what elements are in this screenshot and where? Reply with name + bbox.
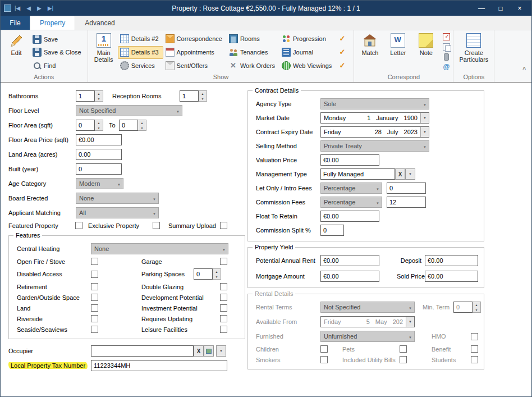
retirement-checkbox[interactable] — [91, 283, 98, 290]
spin-up-icon[interactable] — [95, 91, 103, 96]
commission-fees-input[interactable]: 12 — [387, 197, 426, 208]
spin-up-icon[interactable] — [95, 120, 103, 125]
floor-area-price-input[interactable]: €0.00 — [76, 134, 122, 145]
double-glazing-checkbox[interactable] — [220, 283, 227, 290]
management-type-input[interactable]: Fully Managed — [320, 168, 395, 180]
tenancies-button[interactable]: Tenancies — [227, 46, 279, 59]
letter-button[interactable]: Letter — [384, 31, 412, 73]
save-button[interactable]: Save — [30, 33, 86, 45]
edit-button[interactable]: Edit — [2, 31, 30, 73]
appointments-button[interactable]: Appointments — [163, 46, 227, 59]
bathrooms-spinner[interactable]: 1 — [76, 90, 103, 102]
occupier-input[interactable] — [91, 345, 194, 357]
seaside-checkbox[interactable] — [91, 326, 98, 333]
phone-icon[interactable] — [444, 53, 449, 61]
maximize-button[interactable]: □ — [491, 2, 510, 15]
details-2-button[interactable]: Details #2 — [118, 33, 163, 45]
tasks-check-icon[interactable] — [443, 33, 450, 40]
first-record-icon[interactable]: |◀ — [15, 5, 20, 11]
spin-down-icon[interactable] — [95, 125, 103, 130]
note-button[interactable]: Note — [412, 31, 440, 73]
exclusive-property-checkbox[interactable] — [153, 222, 160, 229]
spin-up-icon[interactable] — [138, 120, 146, 125]
spin-down-icon[interactable] — [213, 274, 221, 279]
benefit-checkbox[interactable] — [471, 345, 478, 353]
email-at-icon[interactable] — [443, 63, 450, 71]
last-record-icon[interactable]: ▶| — [48, 5, 53, 11]
reception-rooms-spinner[interactable]: 1 — [180, 90, 207, 102]
occupier-dropdown-button[interactable] — [216, 345, 226, 357]
create-particulars-button[interactable]: Create Particulars — [455, 31, 492, 73]
management-type-clear-button[interactable] — [395, 168, 405, 180]
potential-annual-rent-input[interactable]: €0.00 — [320, 255, 379, 266]
board-erected-select[interactable]: None — [76, 193, 159, 204]
main-details-button[interactable]: Main Details — [90, 31, 118, 73]
find-button[interactable]: Find — [30, 59, 86, 72]
next-record-icon[interactable]: ▶ — [37, 5, 42, 11]
development-potential-checkbox[interactable] — [220, 294, 227, 301]
spin-down-icon[interactable] — [95, 96, 103, 101]
highlight-check-button-3[interactable] — [336, 60, 352, 72]
commission-split-input[interactable]: 0 — [320, 225, 344, 236]
spin-down-icon[interactable] — [138, 125, 146, 130]
summary-upload-checkbox[interactable] — [220, 222, 227, 229]
work-orders-button[interactable]: Work Orders — [227, 60, 279, 72]
spin-up-icon[interactable] — [199, 91, 207, 96]
sold-price-input[interactable]: €0.00 — [425, 271, 478, 282]
central-heating-select[interactable]: None — [91, 243, 228, 254]
open-fire-checkbox[interactable] — [91, 258, 98, 265]
details-3-button[interactable]: Details #3 — [118, 46, 163, 59]
calendar-dropdown-icon[interactable] — [420, 127, 429, 137]
spin-down-icon[interactable] — [199, 96, 207, 101]
featured-property-checkbox[interactable] — [75, 222, 82, 229]
copy-icon[interactable] — [443, 43, 450, 51]
close-button[interactable]: × — [510, 2, 529, 15]
sent-offers-button[interactable]: Sent/Offers — [163, 60, 227, 72]
included-utility-bills-checkbox[interactable] — [400, 356, 407, 363]
ribbon-collapse-button[interactable]: ^ — [522, 66, 526, 72]
spin-up-icon[interactable] — [213, 269, 221, 274]
requires-updating-checkbox[interactable] — [220, 315, 227, 322]
floor-level-select[interactable]: Not Specified — [76, 105, 182, 116]
highlight-check-button-2[interactable] — [336, 46, 352, 59]
built-year-input[interactable]: 0 — [76, 163, 122, 175]
investment-potential-checkbox[interactable] — [220, 304, 227, 312]
tab-file[interactable]: File — [1, 16, 30, 30]
calendar-dropdown-icon[interactable] — [420, 113, 429, 123]
parking-spaces-spinner[interactable]: 0 — [194, 268, 221, 280]
riverside-checkbox[interactable] — [91, 315, 98, 322]
hmo-checkbox[interactable] — [471, 333, 478, 340]
save-close-button[interactable]: Save & Close — [30, 46, 86, 59]
highlight-check-button-1[interactable] — [336, 33, 352, 45]
garage-checkbox[interactable] — [220, 258, 227, 265]
previous-record-icon[interactable]: ◀ — [26, 5, 31, 11]
disabled-access-checkbox[interactable] — [91, 271, 98, 278]
students-checkbox[interactable] — [471, 356, 478, 363]
let-only-fees-select[interactable]: Percentage — [320, 182, 382, 194]
available-from-picker[interactable]: Friday 5 May 202 — [320, 316, 415, 327]
valuation-price-input[interactable]: €0.00 — [320, 154, 379, 166]
garden-outside-checkbox[interactable] — [91, 294, 98, 301]
commission-fees-select[interactable]: Percentage — [320, 197, 382, 208]
age-category-select[interactable]: Modern — [76, 178, 123, 189]
rooms-button[interactable]: Rooms — [227, 33, 279, 45]
spin-down-icon[interactable] — [473, 307, 480, 312]
deposit-input[interactable]: €0.00 — [425, 255, 478, 266]
applicant-matching-select[interactable]: All — [76, 207, 159, 218]
web-viewings-button[interactable]: Web Viewings — [279, 60, 336, 72]
floor-area-spinner[interactable]: 0 — [76, 120, 103, 131]
selling-method-select[interactable]: Private Treaty — [320, 140, 429, 152]
lpt-number-input[interactable]: 11223344MH — [91, 360, 227, 371]
calendar-dropdown-icon[interactable] — [406, 317, 414, 327]
pets-checkbox[interactable] — [400, 345, 407, 353]
minimize-button[interactable]: — — [472, 2, 491, 15]
match-button[interactable]: Match — [356, 31, 384, 73]
spin-up-icon[interactable] — [473, 302, 480, 307]
services-button[interactable]: Services — [118, 60, 163, 72]
floor-area-to-spinner[interactable]: 0 — [119, 120, 146, 131]
land-checkbox[interactable] — [91, 304, 98, 312]
land-area-input[interactable]: 0.00 — [76, 149, 122, 160]
agency-type-select[interactable]: Sole — [320, 98, 429, 109]
children-checkbox[interactable] — [320, 345, 328, 353]
correspondence-button[interactable]: Correspondence — [163, 33, 227, 45]
